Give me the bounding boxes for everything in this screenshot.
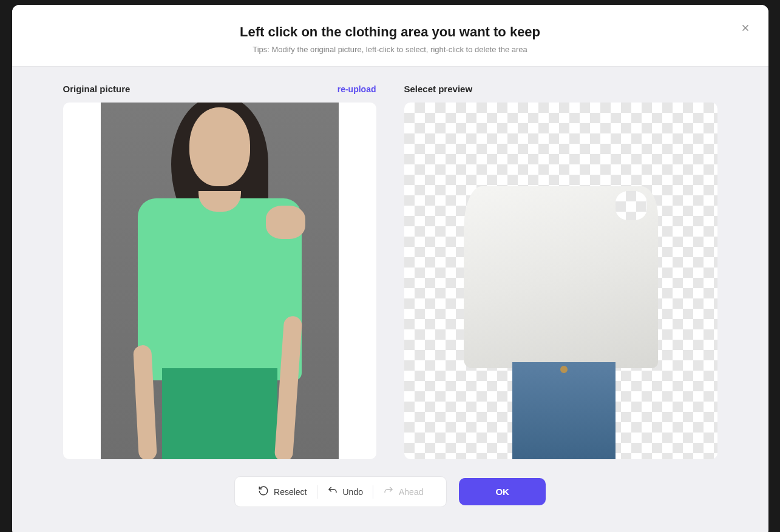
preview-panel: Selecet preview (404, 84, 717, 459)
original-panel: Original picture re-upload (63, 84, 376, 459)
original-image-canvas[interactable] (63, 103, 376, 459)
close-button[interactable] (738, 22, 753, 36)
original-panel-label: Original picture (63, 84, 131, 94)
redo-icon (383, 485, 394, 498)
toolbar: Reselect Undo Ahead OK (63, 459, 717, 525)
preview-image-canvas (404, 103, 717, 459)
ok-button[interactable]: OK (459, 478, 546, 505)
reupload-link[interactable]: re-upload (337, 84, 376, 94)
close-icon (740, 22, 751, 36)
modal-body: Original picture re-upload (12, 67, 768, 532)
panels-row: Original picture re-upload (63, 84, 717, 459)
toolbar-group: Reselect Undo Ahead (234, 476, 447, 507)
undo-icon (327, 485, 338, 498)
modal-title: Left click on the clothing area you want… (24, 24, 756, 40)
original-panel-header: Original picture re-upload (63, 84, 376, 94)
preview-shirt (464, 186, 658, 368)
reselect-label: Reselect (274, 487, 307, 497)
modal-header: Left click on the clothing area you want… (12, 5, 768, 67)
preview-panel-label: Selecet preview (404, 84, 473, 94)
ahead-button[interactable]: Ahead (373, 483, 433, 500)
reselect-icon (258, 485, 269, 498)
undo-label: Undo (343, 487, 363, 497)
reselect-button[interactable]: Reselect (248, 483, 316, 500)
preview-panel-header: Selecet preview (404, 84, 717, 94)
figure-illustration (138, 107, 302, 459)
original-image (101, 103, 339, 459)
selection-modal: Left click on the clothing area you want… (12, 5, 768, 532)
undo-button[interactable]: Undo (317, 483, 373, 500)
modal-tip: Tips: Modify the original picture, left-… (24, 45, 756, 54)
ahead-label: Ahead (399, 487, 423, 497)
